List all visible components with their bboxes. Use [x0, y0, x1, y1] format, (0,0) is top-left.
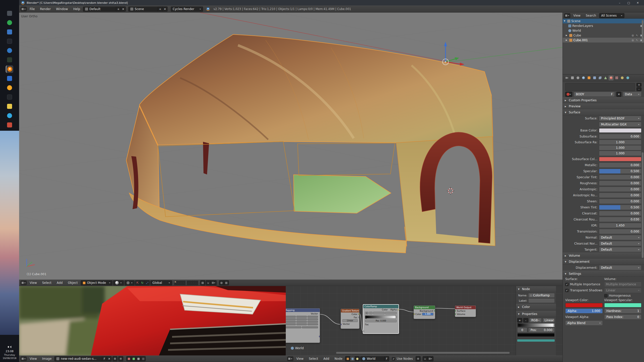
snap-element-selector[interactable] [211, 280, 217, 285]
remove-material-slot-button[interactable]: - [636, 87, 641, 91]
eye-icon[interactable]: ◎ [631, 38, 634, 42]
image-editor[interactable] [19, 286, 286, 355]
volume-panel-header[interactable]: ▶ Volume [563, 253, 644, 259]
tab-world[interactable] [581, 75, 586, 80]
specular-slider[interactable]: 0.500 [599, 169, 641, 174]
selectable-icon[interactable]: ↖ [635, 34, 639, 37]
settings-panel-header[interactable]: ▼ Settings [563, 271, 644, 277]
world-datablock-selector[interactable]: World [360, 356, 384, 361]
add-material-slot-button[interactable]: + [636, 83, 641, 87]
pin-button[interactable] [118, 356, 123, 361]
specular-tint-slider[interactable]: 0.000 [599, 175, 641, 180]
manipulator-scale-button[interactable]: ⤢ [145, 280, 150, 285]
distribution-dropdown[interactable]: Multiscatter GGX [599, 122, 641, 127]
viewport-alpha-slider[interactable]: Alpha: 1.000 [565, 308, 603, 313]
viewport-menu-view[interactable]: View [27, 281, 39, 285]
taskbar-app-icon[interactable] [6, 19, 13, 26]
interpolation-dropdown[interactable]: Linear [543, 318, 555, 323]
tab-render-layers[interactable] [570, 75, 575, 80]
image-menu-image[interactable]: Image [40, 356, 54, 361]
node-world-output[interactable]: World Output Surface Volume [455, 305, 476, 317]
displacement-panel-header[interactable]: ▼ Displacement [563, 259, 644, 265]
snap-mode-selector[interactable] [427, 356, 433, 361]
menu-window[interactable]: Window [54, 7, 70, 11]
shader-type-world-button[interactable] [350, 356, 355, 361]
editor-type-button[interactable] [21, 356, 27, 361]
menu-help[interactable]: Help [71, 7, 82, 11]
opengl-render-anim-button[interactable] [224, 280, 229, 285]
tab-constraints[interactable] [592, 75, 597, 80]
homogeneous-toggle[interactable]: Homogeneous [604, 294, 642, 297]
pin-button[interactable] [416, 356, 421, 361]
menu-render[interactable]: Render [38, 7, 53, 11]
subsurface-radius-z[interactable]: 1.000 [599, 151, 641, 156]
custom-properties-panel-header[interactable]: ▶ Custom Properties [563, 97, 644, 103]
clearcoat-slider[interactable]: 0.000 [599, 211, 641, 216]
channel-z-button[interactable] [141, 356, 146, 361]
taskbar-app-icon[interactable] [6, 93, 13, 101]
outliner-item-world[interactable]: World [563, 28, 644, 33]
tab-render[interactable] [564, 75, 569, 80]
outliner-menu-search[interactable]: Search [583, 13, 598, 18]
outliner-menu-view[interactable]: View [571, 13, 583, 18]
taskbar-app-icon[interactable] [6, 84, 13, 92]
node-menu-view[interactable]: View [294, 356, 306, 361]
alpha-blend-dropdown[interactable]: Alpha Blend [565, 321, 603, 326]
mode-selector[interactable]: Object Mode [81, 280, 112, 285]
channel-alpha-button[interactable] [136, 356, 141, 361]
tab-modifiers[interactable] [597, 75, 602, 80]
properties-scrollbar[interactable] [642, 152, 643, 258]
multiple-importance-toggle[interactable]: ✓ Multiple Importance [565, 283, 603, 286]
node-mapping[interactable]: Mapping Vector [286, 308, 320, 343]
shader-type-lamp-button[interactable] [355, 356, 360, 361]
material-link-dropdown[interactable]: Data [623, 92, 641, 97]
taskbar-app-icon[interactable] [6, 75, 13, 82]
base-color-swatch[interactable] [599, 128, 641, 133]
pivot-point-selector[interactable] [125, 280, 135, 285]
subsurface-color-swatch[interactable] [599, 157, 641, 161]
taskbar-app-icon[interactable] [6, 103, 13, 110]
node-colorramp[interactable]: ColorRamp Color Alpha + - Pos: 0.000 Fac [363, 304, 399, 334]
node-editor[interactable]: Mapping Vector Gradient Texture Color Fa… [286, 286, 562, 355]
manipulator-rotate-button[interactable]: ↻ [140, 280, 145, 285]
properties-panel-header[interactable]: ▼ Properties [516, 311, 556, 317]
use-nodes-toggle[interactable]: ✓ Use Nodes [392, 357, 413, 360]
image-menu-view[interactable]: View [27, 356, 39, 361]
outliner-item-renderlayers[interactable]: RenderLayers ▣ [563, 23, 644, 28]
volume-interpolation-dropdown[interactable]: Linear [604, 288, 642, 293]
stop-position-field[interactable]: Pos: 0.000 [528, 328, 555, 332]
transparent-shadows-toggle[interactable]: ✓ Transparent Shadows [565, 289, 603, 292]
colorramp-gradient[interactable] [365, 315, 397, 319]
tangent-dropdown[interactable]: Default [599, 247, 641, 252]
editor-type-button[interactable] [564, 13, 570, 18]
fake-user-toggle[interactable]: F [611, 93, 613, 96]
anisotropic-slider[interactable]: 0.000 [599, 187, 641, 192]
3d-viewport[interactable]: User Ortho (1) Cube.001 [19, 13, 562, 280]
speaker-icon[interactable] [8, 346, 11, 348]
taskbar-app-icon[interactable] [6, 112, 13, 119]
channel-rgba-button[interactable] [131, 356, 136, 361]
outliner-scrollbar[interactable] [642, 20, 643, 43]
node-menu-select[interactable]: Select [306, 356, 320, 361]
opengl-render-button[interactable] [219, 280, 224, 285]
selectable-icon[interactable]: ↖ [635, 38, 639, 42]
shader-type-object-button[interactable] [345, 356, 350, 361]
node-panel-header[interactable]: ▼ Node [516, 286, 556, 292]
viewport-color-swatch[interactable] [565, 303, 603, 307]
car-hood[interactable] [139, 34, 493, 145]
add-scene-button[interactable]: + [158, 7, 163, 12]
scene-selector[interactable]: Scene [128, 7, 158, 12]
node-background[interactable]: Background Background Color 1.000 [414, 305, 435, 319]
outliner-item-cube001[interactable]: ▶ Cube.001 ◎ ↖ ▣ [563, 38, 644, 42]
horizontal-scrollbar[interactable] [336, 352, 510, 354]
taskbar-blender-icon[interactable] [6, 65, 13, 73]
metallic-slider[interactable]: 0.000 [599, 163, 641, 168]
grease-pencil-strip[interactable] [517, 339, 555, 342]
editor-type-button[interactable] [21, 7, 27, 11]
taskbar-app-icon[interactable] [6, 28, 13, 36]
minimize-button[interactable]: – [615, 1, 624, 5]
surface-shader-dropdown[interactable]: Principled BSDF [599, 116, 641, 121]
material-name-field[interactable]: BODY F [574, 92, 615, 97]
delete-layout-button[interactable]: ✕ [121, 7, 126, 12]
manipulator-translate-button[interactable]: ⇱ [135, 280, 140, 285]
